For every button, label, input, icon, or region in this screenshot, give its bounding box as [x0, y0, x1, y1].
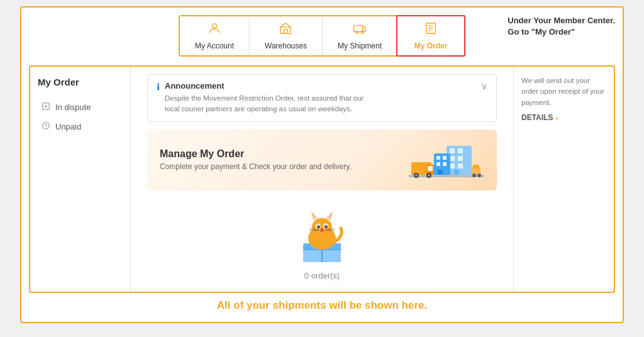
svg-point-35	[428, 174, 430, 177]
svg-rect-23	[436, 156, 440, 160]
sidebar-title: My Order	[38, 77, 123, 87]
svg-rect-20	[458, 163, 463, 168]
svg-point-4	[356, 31, 358, 34]
account-icon	[208, 21, 221, 39]
right-panel: We will send out your order upon receipt…	[513, 67, 614, 292]
outer-wrapper: My Account Warehouses	[20, 6, 624, 323]
nav-item-my-shipment[interactable]: My Shipment	[323, 16, 397, 55]
svg-point-54	[318, 225, 319, 226]
svg-rect-37	[473, 165, 479, 168]
order-icon	[424, 21, 438, 39]
svg-rect-18	[458, 156, 463, 161]
announcement-body: Despite the Movement Restriction Order, …	[165, 93, 364, 115]
svg-rect-19	[450, 163, 455, 168]
warehouses-icon	[279, 21, 292, 39]
svg-point-55	[326, 225, 327, 226]
svg-point-33	[415, 174, 418, 177]
svg-rect-31	[428, 166, 433, 171]
nav-bar: My Account Warehouses	[179, 15, 465, 57]
announcement-content: Announcement Despite the Movement Restri…	[165, 81, 364, 115]
center-panel: ℹ Announcement Despite the Movement Rest…	[138, 67, 506, 292]
svg-rect-24	[443, 156, 447, 160]
announcement-title: Announcement	[165, 81, 364, 91]
nav-item-warehouses[interactable]: Warehouses	[250, 16, 323, 55]
unpaid-icon	[42, 121, 50, 132]
nav-item-my-account[interactable]: My Account	[180, 16, 250, 55]
sidebar-label-unpaid: Unpaid	[55, 122, 81, 131]
info-icon: ℹ	[157, 82, 160, 115]
svg-point-39	[477, 174, 481, 177]
svg-point-38	[472, 174, 476, 177]
illustration-svg	[409, 140, 484, 180]
svg-point-62	[325, 241, 334, 246]
nav-label-my-shipment: My Shipment	[338, 41, 382, 50]
svg-rect-1	[280, 27, 291, 33]
details-label: DETAILS	[521, 113, 553, 122]
announcement-box: ℹ Announcement Despite the Movement Rest…	[147, 74, 497, 122]
sidebar-item-unpaid[interactable]: Unpaid	[38, 117, 123, 136]
order-count: 0 order(s)	[304, 271, 340, 280]
svg-rect-16	[458, 148, 463, 153]
right-panel-text: We will send out your order upon receipt…	[521, 75, 606, 108]
svg-rect-3	[354, 25, 363, 31]
manage-order-subtitle: Complete your payment & Check your order…	[160, 162, 352, 171]
manage-order-text: Manage My Order Complete your payment & …	[160, 148, 352, 171]
nav-label-warehouses: Warehouses	[265, 41, 307, 50]
sidebar-label-in-dispute: In dispute	[55, 102, 91, 112]
sidebar-item-in-dispute[interactable]: In dispute	[38, 97, 123, 117]
announcement-left: ℹ Announcement Despite the Movement Rest…	[157, 81, 481, 115]
cat-svg	[287, 204, 357, 267]
bottom-message: All of your shipments will be shown here…	[29, 293, 615, 314]
dispute-icon	[42, 102, 50, 113]
chevron-down-icon[interactable]: ∨	[481, 81, 487, 91]
svg-point-56	[321, 228, 324, 230]
nav-hint: Under Your Member Center. Go to "My Orde…	[508, 15, 615, 38]
manage-order-banner: Manage My Order Complete your payment & …	[147, 130, 497, 191]
svg-rect-15	[450, 148, 455, 153]
svg-point-61	[310, 241, 319, 246]
nav-label-my-account: My Account	[195, 41, 234, 50]
top-nav: My Account Warehouses	[29, 15, 615, 57]
nav-item-my-order[interactable]: My Order	[396, 15, 465, 57]
empty-state: 0 order(s)	[147, 198, 497, 284]
svg-rect-26	[443, 162, 447, 166]
details-arrow-icon: ›	[555, 113, 558, 123]
sidebar: My Order In dispute	[30, 67, 131, 292]
svg-point-45	[312, 218, 332, 236]
nav-label-my-order: My Order	[414, 41, 448, 50]
details-link[interactable]: DETAILS ›	[521, 113, 606, 123]
svg-rect-25	[436, 162, 440, 166]
svg-point-0	[212, 24, 216, 28]
svg-rect-2	[284, 30, 288, 33]
svg-rect-17	[450, 156, 455, 161]
manage-order-title: Manage My Order	[160, 148, 352, 160]
shipment-icon	[353, 21, 367, 39]
order-illustration	[409, 140, 484, 180]
main-content: My Order In dispute	[29, 65, 615, 293]
svg-point-5	[362, 31, 364, 34]
